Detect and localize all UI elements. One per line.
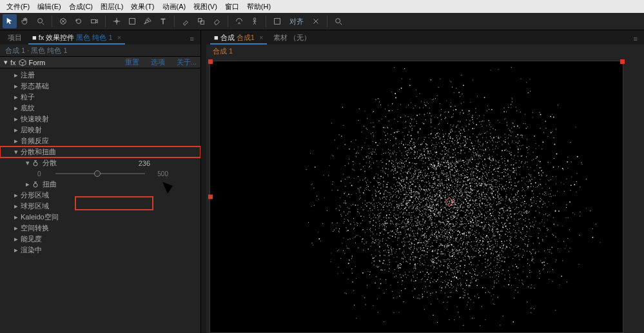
tree-row[interactable]: ▸Kaleido空间: [0, 212, 200, 223]
menu-help[interactable]: 帮助(H): [243, 2, 275, 12]
tree-row[interactable]: ▸渲染中: [0, 245, 200, 256]
effect-options-link[interactable]: 选项: [151, 57, 165, 67]
effect-header[interactable]: ▾ fx Form 重置 选项 关于...: [0, 56, 200, 68]
tree-row-twist[interactable]: ▸ 扭曲: [0, 179, 200, 190]
shape-tool[interactable]: [125, 14, 139, 28]
tree-row[interactable]: ▸空间转换: [0, 223, 200, 234]
fx-toggle-icon[interactable]: fx: [10, 59, 16, 66]
disperse-slider[interactable]: [55, 173, 145, 174]
effect-reset-link[interactable]: 重置: [125, 57, 139, 67]
tree-row[interactable]: ▸分形区域: [0, 190, 200, 201]
menu-composition[interactable]: 合成(C): [65, 2, 97, 12]
svg-rect-2016: [407, 205, 408, 205]
tab-project[interactable]: 项目: [3, 31, 27, 45]
text-tool[interactable]: [156, 14, 170, 28]
tree-row[interactable]: ▸粒子: [0, 92, 200, 103]
svg-rect-1306: [532, 259, 533, 260]
layer-handle[interactable]: [208, 59, 213, 64]
svg-rect-1288: [452, 166, 453, 166]
tree-row[interactable]: ▸能见度: [0, 234, 200, 245]
tree-row[interactable]: ▸音频反应: [0, 136, 200, 146]
twirl-icon[interactable]: ▾: [4, 58, 8, 66]
tree-row[interactable]: ▸形态基础: [0, 81, 200, 92]
close-icon[interactable]: ×: [259, 34, 263, 41]
tree-row[interactable]: ▸层映射: [0, 125, 200, 136]
orbit-tool[interactable]: [56, 14, 70, 28]
selection-tool[interactable]: [3, 14, 17, 28]
svg-rect-5081: [462, 204, 462, 205]
svg-rect-1392: [456, 224, 457, 225]
menu-window[interactable]: 窗口: [221, 2, 243, 12]
svg-rect-2919: [425, 170, 425, 170]
tree-row[interactable]: ▸球形区域: [0, 201, 200, 212]
zoom-tool[interactable]: [34, 14, 48, 28]
tab-effect-controls[interactable]: ■ fx 效果控件 黑色 纯色 1 ×: [27, 31, 126, 45]
svg-rect-4400: [458, 203, 459, 204]
svg-rect-4883: [538, 185, 539, 185]
svg-rect-4134: [380, 269, 382, 270]
svg-rect-2408: [458, 163, 459, 163]
composition-viewport[interactable]: [210, 61, 623, 332]
svg-rect-4793: [473, 123, 474, 124]
brush-tool[interactable]: [179, 14, 193, 28]
menu-file[interactable]: 文件(F): [3, 2, 34, 12]
svg-rect-4598: [453, 270, 453, 270]
panel-divider[interactable]: [201, 30, 206, 333]
effect-name: Form: [29, 59, 46, 66]
svg-rect-4680: [496, 252, 497, 253]
panel-menu[interactable]: ≡: [186, 33, 198, 45]
pen-tool[interactable]: [141, 14, 155, 28]
roto-tool[interactable]: [232, 14, 246, 28]
snapping-icon[interactable]: [309, 14, 323, 28]
svg-rect-4871: [386, 203, 387, 203]
svg-rect-3838: [455, 213, 456, 214]
tree-row[interactable]: ▸快速映射: [0, 114, 200, 125]
menu-effect[interactable]: 效果(T): [127, 2, 158, 12]
menu-layer[interactable]: 图层(L): [97, 2, 127, 12]
svg-rect-529: [453, 238, 454, 239]
tree-row-disperse[interactable]: ▾ 分散 236: [0, 157, 200, 168]
layer-handle[interactable]: [208, 195, 213, 199]
clone-tool[interactable]: [194, 14, 208, 28]
svg-rect-59: [547, 175, 547, 176]
svg-rect-4215: [498, 205, 499, 205]
rotate-tool[interactable]: [72, 14, 86, 28]
stopwatch-icon[interactable]: [32, 181, 39, 188]
menu-view[interactable]: 视图(V): [190, 2, 221, 12]
tree-row-disperse-twist[interactable]: ▾分散和扭曲: [0, 146, 200, 157]
svg-rect-4589: [506, 197, 507, 197]
svg-rect-1594: [576, 181, 577, 182]
svg-rect-1077: [468, 114, 469, 115]
eraser-tool[interactable]: [210, 14, 224, 28]
hand-tool[interactable]: [18, 14, 32, 28]
close-icon[interactable]: ×: [117, 34, 121, 41]
disperse-value[interactable]: 236: [139, 159, 150, 167]
svg-rect-3450: [429, 274, 429, 274]
svg-rect-1587: [505, 234, 505, 235]
camera-tool[interactable]: [87, 14, 101, 28]
comp-name-link[interactable]: 合成 1: [213, 46, 233, 56]
tab-footage-none[interactable]: 素材 （无）: [268, 31, 316, 45]
svg-rect-459: [473, 270, 474, 270]
puppet-tool[interactable]: [248, 14, 262, 28]
snap-toggle[interactable]: [270, 14, 284, 28]
tree-row[interactable]: ▸注册: [0, 70, 200, 81]
svg-rect-4000: [488, 217, 489, 218]
stopwatch-icon[interactable]: [32, 160, 39, 166]
effect-about-link[interactable]: 关于...: [177, 57, 197, 67]
svg-rect-214: [360, 169, 361, 170]
slider-handle[interactable]: [94, 170, 101, 177]
menu-edit[interactable]: 编辑(E): [34, 2, 65, 12]
search-tool[interactable]: [331, 14, 346, 28]
tree-row[interactable]: ▸底纹: [0, 103, 200, 114]
svg-rect-3797: [418, 227, 418, 228]
svg-rect-1258: [446, 213, 447, 214]
tab-composition[interactable]: ■ 合成 合成1 ×: [209, 31, 268, 45]
menu-animation[interactable]: 动画(A): [159, 2, 190, 12]
layer-handle[interactable]: [620, 59, 625, 64]
svg-rect-4348: [459, 233, 460, 234]
pan-behind-tool[interactable]: [110, 14, 124, 28]
panel-menu[interactable]: ≡: [630, 33, 641, 45]
align-label[interactable]: 对齐: [286, 17, 307, 26]
svg-rect-2611: [427, 231, 427, 232]
